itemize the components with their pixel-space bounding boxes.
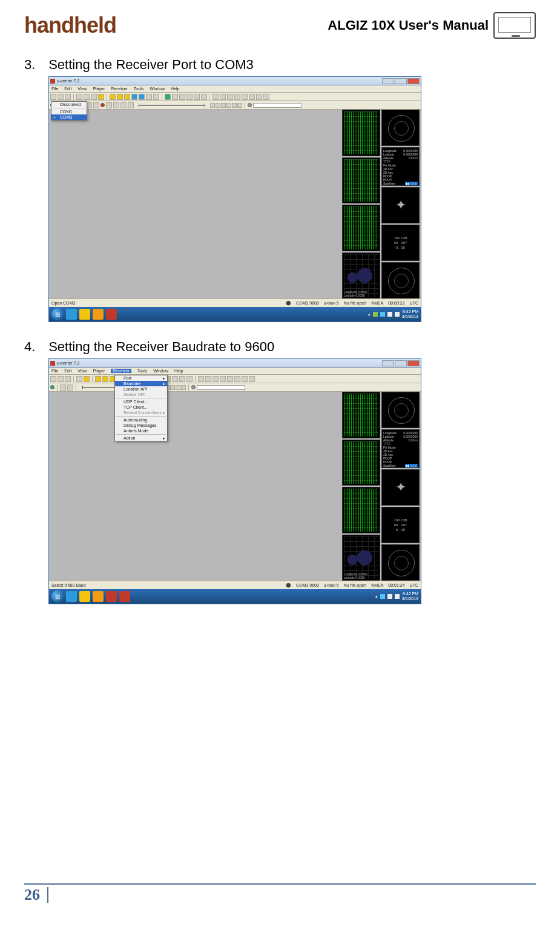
minimize-button[interactable] — [382, 360, 394, 366]
tray-volume-icon[interactable] — [395, 312, 400, 317]
toolbar-button[interactable] — [201, 94, 207, 100]
taskbar-explorer-icon[interactable] — [79, 309, 90, 320]
toolbar-button[interactable] — [76, 376, 82, 382]
tray-icon[interactable] — [373, 312, 378, 317]
toolbar-button[interactable] — [172, 94, 178, 100]
menu-item-location-api[interactable]: Location API — [115, 386, 167, 392]
toolbar-button[interactable] — [186, 94, 193, 100]
toolbar-button[interactable] — [67, 384, 73, 391]
toolbar-button[interactable] — [256, 94, 262, 100]
menu-item-port[interactable]: Port — [115, 375, 167, 381]
toolbar-button[interactable] — [76, 94, 82, 100]
toolbar-button[interactable] — [249, 94, 255, 100]
menu-item-udp-client[interactable]: UDP Client... — [115, 399, 167, 404]
toolbar-button[interactable] — [65, 376, 71, 382]
taskbar-ie-icon[interactable] — [66, 309, 77, 320]
menu-item-action[interactable]: Action — [115, 435, 167, 441]
menu-view[interactable]: View — [77, 369, 87, 373]
taskbar-ie-icon[interactable] — [66, 591, 77, 602]
toolbar-button[interactable] — [93, 102, 99, 108]
menu-item-antaris-mode[interactable]: Antaris Mode — [115, 428, 167, 434]
toolbar-button[interactable] — [58, 376, 64, 382]
toolbar-button[interactable] — [139, 94, 145, 100]
menu-item-autobauding[interactable]: Autobauding — [115, 417, 167, 423]
play-icon[interactable] — [216, 103, 220, 108]
menu-edit[interactable]: Edit — [64, 369, 71, 373]
toolbar-button[interactable] — [179, 376, 185, 382]
tray-icon[interactable] — [380, 594, 385, 599]
toolbar-button[interactable] — [198, 376, 204, 382]
play-prev-icon[interactable] — [210, 103, 215, 108]
dropdown-item-com1[interactable]: COM1 — [51, 109, 87, 114]
toolbar-button[interactable] — [98, 94, 104, 100]
play-stop-icon[interactable] — [170, 385, 175, 390]
toolbar-button[interactable] — [220, 376, 226, 382]
maximize-button[interactable] — [395, 360, 407, 366]
toolbar-button[interactable] — [113, 102, 119, 108]
menu-file[interactable]: File — [51, 87, 58, 91]
toolbar-button[interactable] — [242, 376, 248, 382]
toolbar-button[interactable] — [50, 94, 56, 100]
tray-network-icon[interactable] — [387, 594, 392, 599]
toolbar-button[interactable] — [220, 94, 226, 100]
timeline-slider[interactable] — [139, 105, 205, 106]
close-button[interactable] — [407, 360, 420, 366]
dropdown-item-com3[interactable]: COM3 — [51, 114, 87, 120]
menu-window[interactable]: Window — [150, 87, 165, 91]
toolbar-button[interactable] — [91, 94, 97, 100]
toolbar-button[interactable] — [128, 102, 134, 108]
dropdown-item-disconnect[interactable]: Disconnect — [51, 102, 87, 107]
taskbar-explorer-icon[interactable] — [79, 591, 90, 602]
toolbar-button[interactable] — [124, 94, 130, 100]
toolbar-button[interactable] — [234, 94, 240, 100]
toolbar-button[interactable] — [249, 376, 255, 382]
toolbar-button[interactable] — [95, 376, 101, 382]
toolbar-button[interactable] — [60, 384, 66, 391]
maximize-button[interactable] — [395, 78, 407, 84]
play-end-icon[interactable] — [176, 385, 180, 390]
toolbar-button[interactable] — [165, 94, 171, 100]
start-button[interactable]: ⊞ — [51, 590, 64, 602]
menu-view[interactable]: View — [77, 87, 87, 91]
taskbar-clock[interactable]: 8:42 PM 3/6/2013 — [402, 592, 418, 601]
toolbar-button[interactable] — [117, 94, 123, 100]
menu-window[interactable]: Window — [153, 369, 168, 373]
toolbar-button[interactable] — [84, 376, 90, 382]
tray-network-icon[interactable] — [387, 312, 392, 317]
play-stop-icon[interactable] — [226, 103, 231, 108]
toolbar-button[interactable] — [263, 94, 269, 100]
toolbar-button[interactable] — [212, 94, 219, 100]
menu-edit[interactable]: Edit — [64, 87, 71, 91]
tray-chevron-icon[interactable]: ▴ — [375, 594, 378, 599]
toolbar-button[interactable] — [194, 94, 200, 100]
connection-indicator[interactable] — [50, 385, 54, 389]
menu-file[interactable]: File — [51, 369, 58, 373]
minimize-button[interactable] — [382, 78, 394, 84]
toolbar-button[interactable] — [120, 102, 127, 108]
menu-receiver[interactable]: Receiver — [111, 87, 128, 91]
taskbar-media-icon[interactable] — [93, 591, 104, 602]
menu-tools[interactable]: Tools — [134, 87, 143, 91]
tray-volume-icon[interactable] — [395, 594, 400, 599]
menu-receiver[interactable]: Receiver — [111, 369, 131, 373]
taskbar-app-icon[interactable] — [119, 591, 130, 602]
menu-player[interactable]: Player — [93, 87, 105, 91]
toolbar-button[interactable] — [131, 94, 137, 100]
menu-item-baudrate[interactable]: Baudrate — [115, 381, 167, 386]
toolbar-button[interactable] — [186, 376, 193, 382]
taskbar-app-icon[interactable] — [106, 591, 117, 602]
play-loop-icon[interactable] — [237, 103, 242, 108]
taskbar-clock[interactable]: 8:42 PM 3/6/2013 — [402, 309, 418, 319]
tray-chevron-icon[interactable]: ▴ — [368, 312, 371, 317]
play-end-icon[interactable] — [232, 103, 237, 108]
menu-help[interactable]: Help — [171, 87, 179, 91]
record-indicator[interactable] — [100, 103, 105, 107]
toolbar-button[interactable] — [179, 94, 185, 100]
menu-player[interactable]: Player — [93, 369, 105, 373]
toolbar-button[interactable] — [106, 102, 112, 108]
toolbar-button[interactable] — [65, 94, 71, 100]
menu-item-tcp-client[interactable]: TCP Client... — [115, 404, 167, 410]
tray-icon[interactable] — [380, 312, 385, 317]
taskbar-app-icon[interactable] — [106, 309, 117, 320]
menu-item-debug-messages[interactable]: Debug Messages — [115, 423, 167, 428]
